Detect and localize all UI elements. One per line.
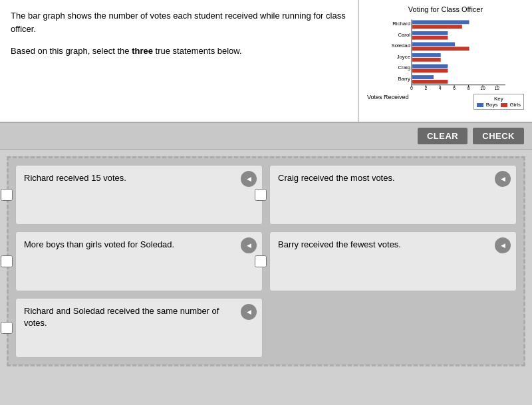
svg-rect-25 <box>412 36 448 40</box>
card-text-1: Richard received 15 votes. <box>24 172 146 184</box>
card-wrapper-4: Barry received the fewest votes. <box>269 231 517 291</box>
card-wrapper-1: Richard received 15 votes. <box>15 165 263 225</box>
card-text-5: Richard and Soledad received the same nu… <box>24 305 254 329</box>
svg-rect-32 <box>412 75 434 79</box>
chart-key: Key Boys Girls <box>473 94 524 110</box>
check-button[interactable]: CHECK <box>473 128 524 144</box>
chart-footer: Votes Received Key Boys Girls <box>367 94 524 110</box>
key-items: Boys Girls <box>477 102 521 108</box>
checkbox-1[interactable] <box>1 189 13 201</box>
answer-card-2: Craig received the most votes. <box>269 165 517 225</box>
checkbox-4[interactable] <box>255 255 267 267</box>
checkbox-2[interactable] <box>255 189 267 201</box>
toolbar: CLEAR CHECK <box>0 123 532 150</box>
svg-text:Carol: Carol <box>398 32 410 38</box>
audio-button-5[interactable] <box>241 304 257 320</box>
svg-text:4: 4 <box>439 86 442 91</box>
audio-button-3[interactable] <box>241 237 257 253</box>
svg-rect-24 <box>412 31 448 35</box>
svg-text:Barry: Barry <box>398 76 410 82</box>
checkbox-3[interactable] <box>1 255 13 267</box>
audio-button-1[interactable] <box>241 171 257 187</box>
card-wrapper-2: Craig received the most votes. <box>269 165 517 225</box>
svg-text:Richard: Richard <box>392 21 410 27</box>
card-wrapper-5: Richard and Soledad received the same nu… <box>15 298 263 358</box>
card-wrapper-3: More boys than girls voted for Soledad. <box>15 231 263 291</box>
answer-card-4: Barry received the fewest votes. <box>269 231 517 291</box>
svg-rect-29 <box>412 58 441 62</box>
svg-text:0: 0 <box>410 86 413 91</box>
audio-button-2[interactable] <box>495 171 511 187</box>
svg-rect-22 <box>412 20 469 24</box>
checkbox-5[interactable] <box>1 322 13 334</box>
clear-button[interactable]: CLEAR <box>418 128 467 144</box>
svg-rect-33 <box>412 80 448 84</box>
svg-rect-26 <box>412 43 455 47</box>
key-title: Key <box>477 96 521 102</box>
boys-color <box>477 103 483 107</box>
audio-button-4[interactable] <box>495 237 511 253</box>
svg-text:Soledad: Soledad <box>391 43 410 49</box>
votes-label: Votes Received <box>367 94 409 100</box>
girls-color <box>501 103 507 107</box>
svg-rect-30 <box>412 65 448 68</box>
chart-area: Voting for Class Officer Richard Carol S… <box>359 0 532 122</box>
chart-svg: Richard Carol Soledad Joyce Craig Barry … <box>386 16 505 92</box>
question-text: The bar graph shows the number of votes … <box>11 9 347 35</box>
svg-text:12: 12 <box>495 86 500 91</box>
svg-text:8: 8 <box>467 86 470 91</box>
girls-label: Girls <box>510 102 521 108</box>
svg-rect-23 <box>412 25 462 29</box>
instruction-text: Based on this graph, select the three tr… <box>11 45 347 58</box>
card-text-3: More boys than girls voted for Soledad. <box>24 239 194 251</box>
svg-rect-28 <box>412 53 441 57</box>
svg-text:Joyce: Joyce <box>397 54 410 60</box>
top-section: The bar graph shows the number of votes … <box>0 0 532 123</box>
svg-text:6: 6 <box>453 86 456 91</box>
answer-card-5: Richard and Soledad received the same nu… <box>15 298 263 358</box>
chart-title: Voting for Class Officer <box>408 5 483 13</box>
svg-text:2: 2 <box>424 86 427 91</box>
svg-rect-27 <box>412 47 469 51</box>
card-text-4: Barry received the fewest votes. <box>278 239 421 251</box>
boys-label: Boys <box>486 102 498 108</box>
answer-area: Richard received 15 votes. Craig receive… <box>7 156 525 366</box>
answer-card-1: Richard received 15 votes. <box>15 165 263 225</box>
answer-card-3: More boys than girls voted for Soledad. <box>15 231 263 291</box>
svg-rect-31 <box>412 68 448 72</box>
question-area: The bar graph shows the number of votes … <box>0 0 359 122</box>
card-text-2: Craig received the most votes. <box>278 172 415 184</box>
svg-text:Craig: Craig <box>398 65 410 70</box>
svg-text:10: 10 <box>480 86 485 91</box>
